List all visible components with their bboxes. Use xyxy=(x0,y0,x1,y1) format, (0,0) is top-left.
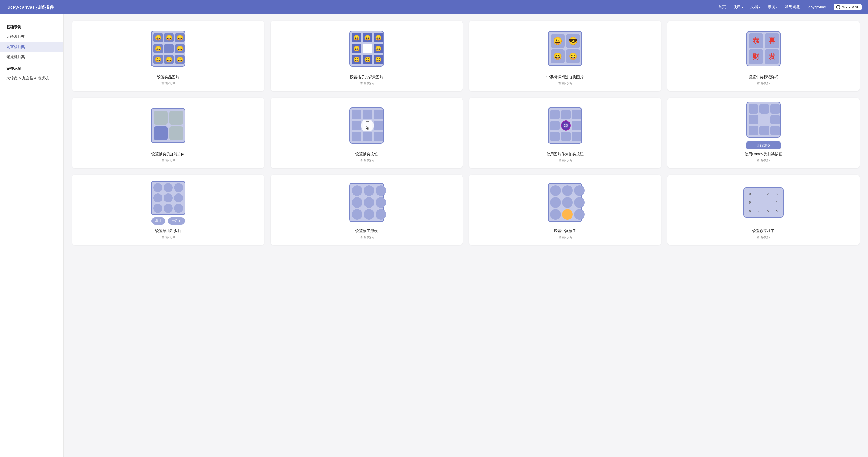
grid-cell: 😀 xyxy=(153,33,163,42)
grid-cell xyxy=(550,209,561,220)
sidebar-section-basic: 基础示例 xyxy=(0,23,63,32)
single-draw-button[interactable]: 单抽 xyxy=(152,217,165,224)
card-10-title: 设置格子形状 xyxy=(355,229,378,234)
lottery-grid-11 xyxy=(548,183,582,222)
card-8-link[interactable]: 查看代码 xyxy=(756,158,770,163)
num-cell-9: 9 xyxy=(746,199,754,206)
card-2-link[interactable]: 查看代码 xyxy=(360,81,373,86)
nav-examples[interactable]: 示例 ▾ xyxy=(768,5,778,9)
cards-grid: 😀 😀 😀 😀 😀 😀 😀 😀 设置奖品图片 查看代码 xyxy=(72,21,860,245)
grid-cell-center: GO xyxy=(561,121,570,130)
github-stars-count: 6.5k xyxy=(852,5,859,9)
grid-cell xyxy=(550,185,561,196)
lottery-grid-7: GO xyxy=(548,108,582,144)
grid-cell xyxy=(363,132,372,141)
grid-cell xyxy=(572,121,582,130)
go-button[interactable]: GO xyxy=(561,121,570,130)
grid-cell xyxy=(561,110,570,119)
multi-draw-button[interactable]: 十连抽 xyxy=(168,217,185,224)
github-stars-button[interactable]: Stars 6.5k xyxy=(834,4,862,10)
start-game-button[interactable]: 开始游戏 xyxy=(746,142,781,149)
grid-cell xyxy=(574,209,585,220)
grid-cell xyxy=(364,209,374,220)
nav-faq[interactable]: 常见问题 xyxy=(785,5,800,9)
sidebar-item-all[interactable]: 大转盘 & 九宫格 & 老虎机 xyxy=(0,73,63,83)
grid-cell xyxy=(164,204,173,213)
card-1-preview: 😀 😀 😀 😀 😀 😀 😀 😀 xyxy=(78,26,259,71)
grid-cell xyxy=(770,104,780,114)
chevron-down-icon: ▾ xyxy=(742,6,743,9)
grid-cell-center: 开始 xyxy=(363,121,372,130)
github-stars-label: Stars xyxy=(842,5,851,9)
card-4-link[interactable]: 查看代码 xyxy=(756,81,770,86)
grid-cell xyxy=(373,121,383,130)
grid-cell-gong: 恭 xyxy=(749,33,763,48)
lottery-grid-6: 开始 xyxy=(349,108,384,144)
card-win-style: 恭 喜 财 发 设置中奖标记样式 查看代码 xyxy=(668,21,860,91)
num-cell-1: 1 xyxy=(755,190,763,198)
card-3-title: 中奖标识滑过替换图片 xyxy=(547,75,584,80)
grid-cell xyxy=(760,126,769,135)
grid-cell: 😀 xyxy=(352,44,361,53)
sidebar-item-grid[interactable]: 九宫格抽奖 xyxy=(0,42,63,52)
card-dom-btn: 开始游戏 使用Dom作为抽奖按钮 查看代码 xyxy=(668,98,860,168)
nav-home[interactable]: 首页 xyxy=(718,5,726,9)
grid-cell xyxy=(174,204,183,213)
card-4-preview: 恭 喜 财 发 xyxy=(673,26,854,71)
nav-docs[interactable]: 文档 ▾ xyxy=(750,5,760,9)
card-10-preview xyxy=(276,180,457,225)
card-2-preview: 😀 😀 😀 😀 😀 😀 😀 😀 xyxy=(276,26,457,71)
grid-cell-active xyxy=(154,126,168,140)
card-bg-image: 😀 😀 😀 😀 😀 😀 😀 😀 设置格子的背景图片 查看代码 xyxy=(271,21,463,91)
grid-cell xyxy=(364,197,374,208)
sidebar-item-spin[interactable]: 大转盘抽奖 xyxy=(0,32,63,42)
nav-playground[interactable]: Playground xyxy=(807,5,826,9)
start-button[interactable]: 开始 xyxy=(361,120,373,131)
grid-cell xyxy=(376,185,386,196)
grid-cell-center xyxy=(760,115,769,124)
grid-cell: 😄 xyxy=(566,49,580,63)
card-1-title: 设置奖品图片 xyxy=(157,75,179,80)
card-7-preview: GO xyxy=(474,103,656,148)
num-cell-6: 6 xyxy=(764,207,771,215)
main-content: 😀 😀 😀 😀 😀 😀 😀 😀 设置奖品图片 查看代码 xyxy=(64,14,868,457)
card-number-grid: 0 1 2 3 9 4 8 7 6 5 xyxy=(668,175,860,245)
num-cell-7: 7 xyxy=(755,207,763,215)
grid-cell xyxy=(376,197,386,208)
grid-cell xyxy=(169,111,183,125)
card-9-link[interactable]: 查看代码 xyxy=(161,235,175,240)
lottery-grid-3: 😀 😎 😆 😄 xyxy=(548,31,582,66)
grid-cell: 😀 xyxy=(373,33,383,42)
card-multi-draw: 单抽 十连抽 设置单抽和多抽 查看代码 xyxy=(72,175,264,245)
grid-cell: 😀 xyxy=(175,33,185,42)
lottery-grid-1: 😀 😀 😀 😀 😀 😀 😀 😀 xyxy=(151,31,185,67)
card-12-preview: 0 1 2 3 9 4 8 7 6 5 xyxy=(673,180,854,225)
card-5-link[interactable]: 查看代码 xyxy=(161,158,175,163)
grid-cell xyxy=(550,197,561,208)
number-grid: 0 1 2 3 9 4 8 7 6 5 xyxy=(746,190,781,215)
grid-cell-center xyxy=(363,44,372,53)
grid-cell xyxy=(153,183,162,192)
nav-use[interactable]: 使用 ▾ xyxy=(733,5,743,9)
card-6-link[interactable]: 查看代码 xyxy=(360,158,373,163)
sidebar-item-slot[interactable]: 老虎机抽奖 xyxy=(0,52,63,62)
grid-cell xyxy=(561,132,570,141)
card-1-link[interactable]: 查看代码 xyxy=(161,81,175,86)
card-7-link[interactable]: 查看代码 xyxy=(558,158,572,163)
card-3-link[interactable]: 查看代码 xyxy=(558,81,572,86)
grid-cell xyxy=(550,132,560,141)
card-win-replace: 😀 😎 😆 😄 中奖标识滑过替换图片 查看代码 xyxy=(469,21,661,91)
card-11-link[interactable]: 查看代码 xyxy=(558,235,572,240)
chevron-down-icon: ▾ xyxy=(759,6,760,9)
grid-cell xyxy=(749,115,758,124)
num-cell-3: 3 xyxy=(773,190,780,198)
grid-cell xyxy=(550,110,560,119)
card-10-link[interactable]: 查看代码 xyxy=(360,235,373,240)
grid-cell: 😀 xyxy=(153,55,163,64)
grid-cell xyxy=(174,183,183,192)
card-12-link[interactable]: 查看代码 xyxy=(756,235,770,240)
num-cell-5: 5 xyxy=(773,207,780,215)
chevron-down-icon: ▾ xyxy=(776,6,778,9)
num-cell-8: 8 xyxy=(746,207,754,215)
card-rotation: 设置抽奖的旋转方向 查看代码 xyxy=(72,98,264,168)
